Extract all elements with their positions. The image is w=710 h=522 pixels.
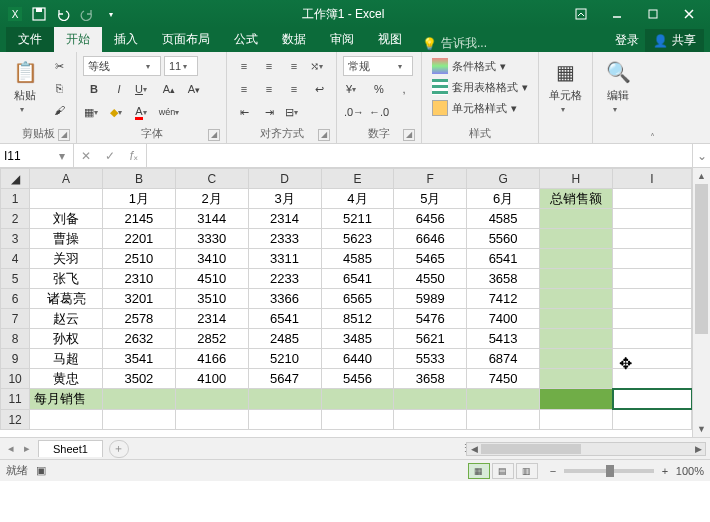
cell[interactable]: 6440 bbox=[321, 349, 394, 369]
cell[interactable]: 3201 bbox=[102, 289, 175, 309]
grow-font-button[interactable]: A▴ bbox=[158, 79, 180, 99]
col-header[interactable]: E bbox=[321, 169, 394, 189]
row-header[interactable]: 6 bbox=[1, 289, 30, 309]
cell[interactable] bbox=[540, 269, 613, 289]
cell[interactable] bbox=[612, 189, 691, 209]
cell[interactable] bbox=[248, 410, 321, 430]
cell[interactable] bbox=[467, 410, 540, 430]
wrap-text-button[interactable]: ↩ bbox=[308, 79, 330, 99]
cell[interactable]: 2578 bbox=[102, 309, 175, 329]
hscroll-thumb[interactable] bbox=[481, 444, 581, 454]
enter-formula-icon[interactable]: ✓ bbox=[98, 149, 122, 163]
minimize-icon[interactable] bbox=[600, 3, 634, 25]
cell[interactable]: 2145 bbox=[102, 209, 175, 229]
cell[interactable]: 2233 bbox=[248, 269, 321, 289]
editing-button[interactable]: 🔍 编辑 ▾ bbox=[599, 56, 637, 116]
row-header[interactable]: 10 bbox=[1, 369, 30, 389]
row-header[interactable]: 4 bbox=[1, 249, 30, 269]
cell[interactable] bbox=[30, 410, 103, 430]
cell[interactable] bbox=[612, 329, 691, 349]
collapse-ribbon-icon[interactable]: ˄ bbox=[643, 52, 661, 143]
orientation-button[interactable]: ⤭▾ bbox=[308, 56, 330, 76]
cell[interactable] bbox=[540, 229, 613, 249]
cell[interactable]: 3366 bbox=[248, 289, 321, 309]
zoom-thumb[interactable] bbox=[606, 465, 614, 477]
indent-decrease-button[interactable]: ⇤ bbox=[233, 102, 255, 122]
cell[interactable]: 2485 bbox=[248, 329, 321, 349]
cell[interactable] bbox=[612, 229, 691, 249]
name-box-dropdown-icon[interactable]: ▾ bbox=[55, 149, 69, 163]
row-header[interactable]: 11 bbox=[1, 389, 30, 410]
cell[interactable]: 赵云 bbox=[30, 309, 103, 329]
cell[interactable]: 2201 bbox=[102, 229, 175, 249]
cell[interactable] bbox=[612, 209, 691, 229]
close-icon[interactable] bbox=[672, 3, 706, 25]
cell[interactable] bbox=[612, 349, 691, 369]
cell[interactable] bbox=[612, 369, 691, 389]
tab-layout[interactable]: 页面布局 bbox=[150, 27, 222, 52]
cell[interactable] bbox=[540, 249, 613, 269]
conditional-format-button[interactable]: 条件格式 ▾ bbox=[428, 56, 510, 76]
cell[interactable] bbox=[612, 289, 691, 309]
cell[interactable]: 3485 bbox=[321, 329, 394, 349]
cell-style-button[interactable]: 单元格样式 ▾ bbox=[428, 98, 521, 118]
cell[interactable]: 张飞 bbox=[30, 269, 103, 289]
ribbon-options-icon[interactable] bbox=[564, 3, 598, 25]
scroll-down-icon[interactable]: ▼ bbox=[693, 421, 710, 437]
row-header[interactable]: 7 bbox=[1, 309, 30, 329]
cell[interactable]: 3410 bbox=[175, 249, 248, 269]
increase-decimal-button[interactable]: .0→ bbox=[343, 102, 365, 122]
cell[interactable]: 8512 bbox=[321, 309, 394, 329]
cell[interactable] bbox=[540, 410, 613, 430]
sheet-nav-first-icon[interactable]: ◂ bbox=[4, 442, 18, 455]
share-button[interactable]: 👤 共享 bbox=[645, 29, 704, 52]
currency-button[interactable]: ¥▾ bbox=[343, 79, 365, 99]
underline-button[interactable]: U▾ bbox=[133, 79, 155, 99]
cell[interactable]: 5465 bbox=[394, 249, 467, 269]
cell[interactable]: 5456 bbox=[321, 369, 394, 389]
cell[interactable] bbox=[540, 209, 613, 229]
phonetic-button[interactable]: wén▾ bbox=[158, 102, 180, 122]
sheet-tab-1[interactable]: Sheet1 bbox=[38, 440, 103, 457]
cell[interactable] bbox=[612, 269, 691, 289]
font-name-select[interactable]: 等线▾ bbox=[83, 56, 161, 76]
indent-increase-button[interactable]: ⇥ bbox=[258, 102, 280, 122]
zoom-slider[interactable] bbox=[564, 469, 654, 473]
cell[interactable] bbox=[175, 389, 248, 410]
redo-icon[interactable] bbox=[76, 3, 98, 25]
col-header[interactable]: F bbox=[394, 169, 467, 189]
sheet-nav-last-icon[interactable]: ▸ bbox=[20, 442, 34, 455]
align-top-button[interactable]: ≡ bbox=[233, 56, 255, 76]
border-button[interactable]: ▦▾ bbox=[83, 102, 105, 122]
cell[interactable] bbox=[394, 389, 467, 410]
cell[interactable]: 5621 bbox=[394, 329, 467, 349]
cell[interactable]: 5413 bbox=[467, 329, 540, 349]
cut-button[interactable]: ✂ bbox=[48, 56, 70, 76]
cell[interactable] bbox=[540, 349, 613, 369]
cell[interactable] bbox=[612, 249, 691, 269]
copy-button[interactable]: ⎘ bbox=[48, 78, 70, 98]
cell[interactable] bbox=[612, 410, 691, 430]
cell[interactable]: 2314 bbox=[248, 209, 321, 229]
cell[interactable]: 3510 bbox=[175, 289, 248, 309]
cell[interactable]: 6541 bbox=[467, 249, 540, 269]
cell[interactable]: 7400 bbox=[467, 309, 540, 329]
view-page-break-button[interactable]: ▥ bbox=[516, 463, 538, 479]
cell[interactable]: 5647 bbox=[248, 369, 321, 389]
cell[interactable]: 6月 bbox=[467, 189, 540, 209]
cell[interactable] bbox=[540, 329, 613, 349]
tab-data[interactable]: 数据 bbox=[270, 27, 318, 52]
align-dialog-icon[interactable]: ◢ bbox=[318, 129, 330, 141]
col-header[interactable]: C bbox=[175, 169, 248, 189]
row-header[interactable]: 5 bbox=[1, 269, 30, 289]
cell[interactable]: 2632 bbox=[102, 329, 175, 349]
cancel-formula-icon[interactable]: ✕ bbox=[74, 149, 98, 163]
cell[interactable] bbox=[540, 289, 613, 309]
number-format-select[interactable]: 常规▾ bbox=[343, 56, 413, 76]
scroll-thumb[interactable] bbox=[695, 184, 708, 334]
cell[interactable] bbox=[612, 309, 691, 329]
cell[interactable] bbox=[30, 189, 103, 209]
tab-review[interactable]: 审阅 bbox=[318, 27, 366, 52]
zoom-in-button[interactable]: + bbox=[658, 465, 672, 477]
bold-button[interactable]: B bbox=[83, 79, 105, 99]
